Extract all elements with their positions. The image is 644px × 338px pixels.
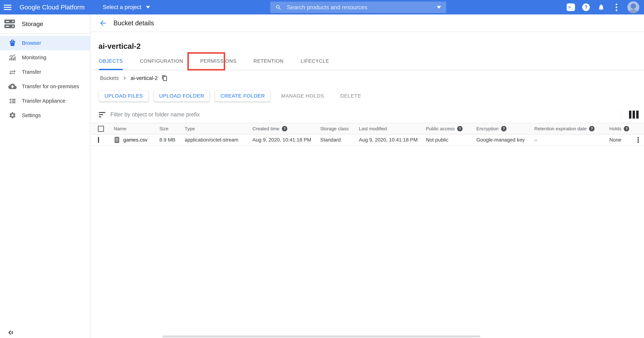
filter-bar-right — [621, 106, 644, 123]
appliance-list-icon — [8, 97, 17, 105]
sidebar-item-label: Transfer for on-premises — [22, 84, 79, 90]
sidebar-nav: Browser Monitoring Transfer Transfer for… — [0, 36, 90, 122]
gcp-console: Google Cloud Platform Select a project >… — [0, 0, 644, 338]
cell-retention-expiration-date: – — [534, 137, 609, 143]
help-icon[interactable]: ? — [501, 126, 506, 132]
sidebar-item-label: Transfer Appliance — [22, 98, 66, 104]
cloud-shell-icon: >_ — [567, 4, 575, 11]
column-header-size: Size — [159, 126, 185, 132]
column-header-storage-class: Storage class — [320, 126, 359, 132]
row-menu-button[interactable]: ⋮ — [634, 136, 642, 144]
chevron-down-icon — [146, 6, 150, 8]
gear-icon — [8, 112, 17, 119]
filter-input[interactable] — [110, 111, 621, 118]
sidebar-item-browser[interactable]: Browser — [0, 36, 90, 50]
notifications-button[interactable] — [597, 3, 605, 12]
sidebar: Storage Browser Monitoring Transfer — [0, 14, 90, 338]
delete-button[interactable]: DELETE — [335, 90, 367, 102]
breadcrumb-buckets-link[interactable]: Buckets — [100, 75, 119, 81]
column-header-created-time: Created time? — [252, 126, 320, 132]
back-button[interactable] — [98, 18, 108, 28]
help-icon[interactable]: ? — [457, 126, 462, 132]
column-header-retention-expiration-date: Retention expiration date? — [534, 126, 609, 132]
cell-created-time: Aug 9, 2020, 10:41:18 PM — [252, 137, 320, 143]
select-all-checkbox[interactable] — [98, 126, 104, 132]
arrow-back-icon — [99, 19, 107, 27]
help-icon[interactable]: ? — [282, 126, 287, 132]
search-input[interactable] — [287, 4, 434, 11]
row-checkbox[interactable] — [98, 137, 99, 143]
file-icon — [114, 136, 120, 143]
sidebar-item-transfer[interactable]: Transfer — [0, 65, 90, 79]
storage-servers-icon — [4, 18, 16, 29]
cell-storage-class: Standard — [320, 137, 359, 143]
tab-configuration[interactable]: CONFIGURATION — [140, 58, 183, 70]
bucket-icon — [8, 39, 17, 47]
column-header-name: Name — [114, 126, 159, 132]
manage-holds-button[interactable]: MANAGE HOLDS — [276, 90, 330, 102]
create-folder-button[interactable]: CREATE FOLDER — [215, 90, 270, 102]
object-name-link[interactable]: games.csv — [123, 137, 148, 143]
monitoring-chart-icon — [8, 54, 17, 62]
copy-bucket-name-button[interactable] — [162, 75, 168, 82]
bucket-name: ai-vertical-2 — [98, 42, 140, 50]
tab-objects[interactable]: OBJECTS — [99, 58, 123, 70]
breadcrumb: Buckets › ai-vertical-2 — [100, 74, 168, 82]
page-header: Bucket details — [91, 14, 644, 32]
sidebar-item-label: Browser — [22, 40, 41, 46]
collapse-sidebar-button[interactable] — [6, 328, 15, 337]
sidebar-item-settings[interactable]: Settings — [0, 108, 90, 122]
project-selector-label: Select a project — [103, 4, 141, 10]
column-header-holds: Holds? — [609, 126, 634, 132]
top-app-bar: Google Cloud Platform Select a project >… — [0, 0, 644, 14]
product-name[interactable]: Google Cloud Platform — [20, 4, 84, 11]
breadcrumb-current: ai-vertical-2 — [131, 75, 158, 81]
avatar[interactable] — [628, 1, 639, 13]
transfer-arrows-icon — [8, 68, 17, 76]
column-display-options-button[interactable] — [629, 110, 638, 118]
sidebar-item-monitoring[interactable]: Monitoring — [0, 50, 90, 65]
hamburger-menu-button[interactable] — [0, 0, 15, 14]
filter-icon — [99, 112, 106, 117]
collapse-left-icon — [7, 329, 14, 336]
search-bar[interactable] — [270, 2, 446, 13]
cloud-upload-icon — [8, 82, 17, 90]
copy-icon — [162, 75, 168, 82]
search-icon — [276, 4, 282, 10]
sidebar-item-transfer-on-premises[interactable]: Transfer for on-premises — [0, 79, 90, 94]
cell-holds: None — [609, 137, 634, 143]
tab-retention[interactable]: RETENTION — [254, 58, 284, 70]
upload-files-button[interactable]: UPLOAD FILES — [99, 90, 148, 102]
cloud-shell-button[interactable]: >_ — [567, 3, 575, 12]
column-header-type: Type — [185, 126, 252, 132]
tab-permissions[interactable]: PERMISSIONS — [200, 58, 236, 70]
topbar-actions: >_ ? — [567, 0, 644, 14]
sidebar-item-label: Transfer — [22, 69, 41, 75]
more-options-button[interactable] — [612, 3, 620, 12]
section-title: Storage — [22, 20, 43, 28]
column-header-encryption: Encryption? — [476, 126, 534, 132]
tab-bar: OBJECTS CONFIGURATION PERMISSIONS RETENT… — [91, 54, 644, 70]
help-icon[interactable]: ? — [624, 126, 629, 132]
column-header-last-modified: Last modified — [359, 126, 426, 132]
search-dropdown-icon[interactable] — [437, 6, 441, 9]
sidebar-section-header: Storage — [0, 14, 90, 34]
cell-last-modified: Aug 9, 2020, 10:41:18 PM — [359, 137, 426, 143]
tab-lifecycle[interactable]: LIFECYCLE — [301, 58, 329, 70]
table-row: games.csv 8.9 MB application/octet-strea… — [91, 134, 644, 146]
horizontal-scrollbar[interactable] — [162, 336, 480, 338]
help-button[interactable]: ? — [582, 3, 590, 12]
more-vertical-icon — [616, 4, 617, 11]
sidebar-item-label: Monitoring — [22, 54, 46, 60]
page-title: Bucket details — [114, 19, 154, 27]
filter-bar — [91, 106, 644, 123]
project-selector-button[interactable]: Select a project — [103, 4, 150, 10]
upload-folder-button[interactable]: UPLOAD FOLDER — [154, 90, 210, 102]
help-icon[interactable]: ? — [589, 126, 594, 132]
hamburger-icon — [4, 4, 12, 11]
cell-encryption: Google-managed key — [476, 137, 534, 143]
column-header-public-access: Public access? — [426, 126, 476, 132]
sidebar-item-label: Settings — [22, 112, 41, 118]
sidebar-item-transfer-appliance[interactable]: Transfer Appliance — [0, 94, 90, 108]
cell-public-access: Not public — [426, 137, 476, 143]
